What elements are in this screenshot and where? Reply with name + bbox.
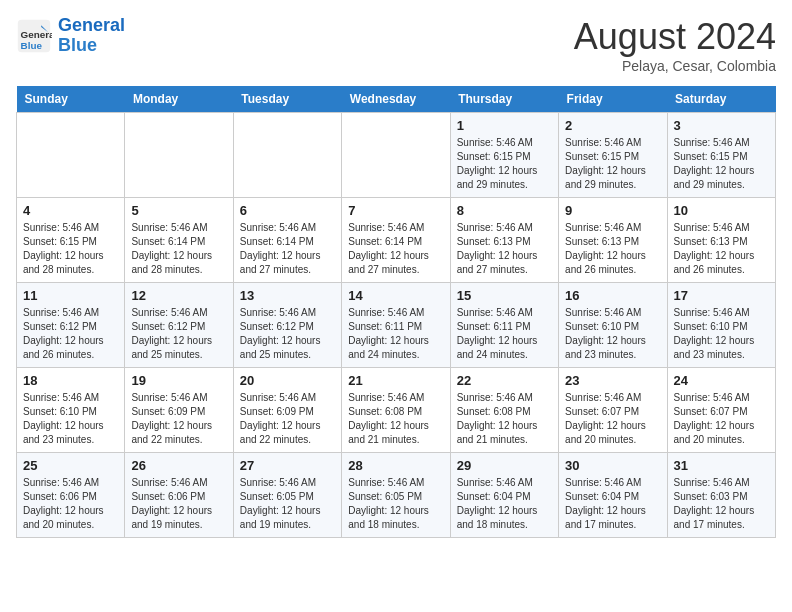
day-info: Sunrise: 5:46 AM Sunset: 6:13 PM Dayligh… (565, 221, 660, 277)
calendar-cell: 30Sunrise: 5:46 AM Sunset: 6:04 PM Dayli… (559, 453, 667, 538)
day-info: Sunrise: 5:46 AM Sunset: 6:11 PM Dayligh… (348, 306, 443, 362)
calendar-cell: 24Sunrise: 5:46 AM Sunset: 6:07 PM Dayli… (667, 368, 775, 453)
calendar-cell: 14Sunrise: 5:46 AM Sunset: 6:11 PM Dayli… (342, 283, 450, 368)
day-number: 18 (23, 373, 118, 388)
day-number: 25 (23, 458, 118, 473)
day-number: 19 (131, 373, 226, 388)
day-number: 24 (674, 373, 769, 388)
calendar-cell: 29Sunrise: 5:46 AM Sunset: 6:04 PM Dayli… (450, 453, 558, 538)
calendar-cell: 6Sunrise: 5:46 AM Sunset: 6:14 PM Daylig… (233, 198, 341, 283)
day-number: 15 (457, 288, 552, 303)
logo-icon: General Blue (16, 18, 52, 54)
calendar-cell: 12Sunrise: 5:46 AM Sunset: 6:12 PM Dayli… (125, 283, 233, 368)
day-info: Sunrise: 5:46 AM Sunset: 6:15 PM Dayligh… (457, 136, 552, 192)
day-number: 28 (348, 458, 443, 473)
day-number: 2 (565, 118, 660, 133)
calendar-cell: 17Sunrise: 5:46 AM Sunset: 6:10 PM Dayli… (667, 283, 775, 368)
logo: General Blue GeneralBlue (16, 16, 125, 56)
header-day: Thursday (450, 86, 558, 113)
day-number: 3 (674, 118, 769, 133)
day-number: 12 (131, 288, 226, 303)
calendar-cell: 13Sunrise: 5:46 AM Sunset: 6:12 PM Dayli… (233, 283, 341, 368)
day-info: Sunrise: 5:46 AM Sunset: 6:14 PM Dayligh… (348, 221, 443, 277)
day-number: 27 (240, 458, 335, 473)
day-number: 7 (348, 203, 443, 218)
calendar-cell: 25Sunrise: 5:46 AM Sunset: 6:06 PM Dayli… (17, 453, 125, 538)
calendar-cell: 27Sunrise: 5:46 AM Sunset: 6:05 PM Dayli… (233, 453, 341, 538)
day-info: Sunrise: 5:46 AM Sunset: 6:08 PM Dayligh… (348, 391, 443, 447)
day-info: Sunrise: 5:46 AM Sunset: 6:05 PM Dayligh… (240, 476, 335, 532)
calendar-table: SundayMondayTuesdayWednesdayThursdayFrid… (16, 86, 776, 538)
calendar-week: 18Sunrise: 5:46 AM Sunset: 6:10 PM Dayli… (17, 368, 776, 453)
day-info: Sunrise: 5:46 AM Sunset: 6:06 PM Dayligh… (23, 476, 118, 532)
calendar-cell: 11Sunrise: 5:46 AM Sunset: 6:12 PM Dayli… (17, 283, 125, 368)
day-info: Sunrise: 5:46 AM Sunset: 6:15 PM Dayligh… (23, 221, 118, 277)
calendar-cell: 18Sunrise: 5:46 AM Sunset: 6:10 PM Dayli… (17, 368, 125, 453)
page-header: General Blue GeneralBlue August 2024 Pel… (16, 16, 776, 74)
calendar-cell: 22Sunrise: 5:46 AM Sunset: 6:08 PM Dayli… (450, 368, 558, 453)
day-number: 9 (565, 203, 660, 218)
day-number: 11 (23, 288, 118, 303)
day-info: Sunrise: 5:46 AM Sunset: 6:14 PM Dayligh… (131, 221, 226, 277)
day-info: Sunrise: 5:46 AM Sunset: 6:13 PM Dayligh… (457, 221, 552, 277)
header-day: Sunday (17, 86, 125, 113)
day-number: 6 (240, 203, 335, 218)
header-day: Monday (125, 86, 233, 113)
calendar-cell (233, 113, 341, 198)
calendar-cell (342, 113, 450, 198)
day-number: 21 (348, 373, 443, 388)
calendar-cell: 28Sunrise: 5:46 AM Sunset: 6:05 PM Dayli… (342, 453, 450, 538)
calendar-cell: 21Sunrise: 5:46 AM Sunset: 6:08 PM Dayli… (342, 368, 450, 453)
day-number: 29 (457, 458, 552, 473)
day-info: Sunrise: 5:46 AM Sunset: 6:04 PM Dayligh… (457, 476, 552, 532)
calendar-cell: 31Sunrise: 5:46 AM Sunset: 6:03 PM Dayli… (667, 453, 775, 538)
calendar-cell: 1Sunrise: 5:46 AM Sunset: 6:15 PM Daylig… (450, 113, 558, 198)
day-info: Sunrise: 5:46 AM Sunset: 6:12 PM Dayligh… (131, 306, 226, 362)
calendar-cell: 3Sunrise: 5:46 AM Sunset: 6:15 PM Daylig… (667, 113, 775, 198)
day-info: Sunrise: 5:46 AM Sunset: 6:09 PM Dayligh… (131, 391, 226, 447)
day-number: 16 (565, 288, 660, 303)
month-year: August 2024 (574, 16, 776, 58)
day-info: Sunrise: 5:46 AM Sunset: 6:07 PM Dayligh… (565, 391, 660, 447)
header-row: SundayMondayTuesdayWednesdayThursdayFrid… (17, 86, 776, 113)
calendar-cell (125, 113, 233, 198)
day-number: 1 (457, 118, 552, 133)
calendar-cell: 5Sunrise: 5:46 AM Sunset: 6:14 PM Daylig… (125, 198, 233, 283)
day-number: 17 (674, 288, 769, 303)
day-number: 10 (674, 203, 769, 218)
calendar-header: SundayMondayTuesdayWednesdayThursdayFrid… (17, 86, 776, 113)
calendar-cell: 7Sunrise: 5:46 AM Sunset: 6:14 PM Daylig… (342, 198, 450, 283)
day-info: Sunrise: 5:46 AM Sunset: 6:05 PM Dayligh… (348, 476, 443, 532)
day-info: Sunrise: 5:46 AM Sunset: 6:12 PM Dayligh… (23, 306, 118, 362)
day-number: 5 (131, 203, 226, 218)
day-number: 8 (457, 203, 552, 218)
calendar-week: 11Sunrise: 5:46 AM Sunset: 6:12 PM Dayli… (17, 283, 776, 368)
day-info: Sunrise: 5:46 AM Sunset: 6:10 PM Dayligh… (23, 391, 118, 447)
day-info: Sunrise: 5:46 AM Sunset: 6:08 PM Dayligh… (457, 391, 552, 447)
calendar-cell: 9Sunrise: 5:46 AM Sunset: 6:13 PM Daylig… (559, 198, 667, 283)
day-info: Sunrise: 5:46 AM Sunset: 6:09 PM Dayligh… (240, 391, 335, 447)
title-area: August 2024 Pelaya, Cesar, Colombia (574, 16, 776, 74)
day-info: Sunrise: 5:46 AM Sunset: 6:11 PM Dayligh… (457, 306, 552, 362)
day-info: Sunrise: 5:46 AM Sunset: 6:07 PM Dayligh… (674, 391, 769, 447)
day-number: 13 (240, 288, 335, 303)
header-day: Wednesday (342, 86, 450, 113)
day-number: 20 (240, 373, 335, 388)
calendar-cell: 15Sunrise: 5:46 AM Sunset: 6:11 PM Dayli… (450, 283, 558, 368)
calendar-cell: 19Sunrise: 5:46 AM Sunset: 6:09 PM Dayli… (125, 368, 233, 453)
calendar-cell: 2Sunrise: 5:46 AM Sunset: 6:15 PM Daylig… (559, 113, 667, 198)
day-info: Sunrise: 5:46 AM Sunset: 6:10 PM Dayligh… (565, 306, 660, 362)
location: Pelaya, Cesar, Colombia (574, 58, 776, 74)
calendar-cell: 8Sunrise: 5:46 AM Sunset: 6:13 PM Daylig… (450, 198, 558, 283)
day-info: Sunrise: 5:46 AM Sunset: 6:04 PM Dayligh… (565, 476, 660, 532)
calendar-cell: 26Sunrise: 5:46 AM Sunset: 6:06 PM Dayli… (125, 453, 233, 538)
calendar-week: 4Sunrise: 5:46 AM Sunset: 6:15 PM Daylig… (17, 198, 776, 283)
calendar-cell: 16Sunrise: 5:46 AM Sunset: 6:10 PM Dayli… (559, 283, 667, 368)
day-number: 4 (23, 203, 118, 218)
day-info: Sunrise: 5:46 AM Sunset: 6:13 PM Dayligh… (674, 221, 769, 277)
day-info: Sunrise: 5:46 AM Sunset: 6:10 PM Dayligh… (674, 306, 769, 362)
day-number: 14 (348, 288, 443, 303)
day-number: 23 (565, 373, 660, 388)
calendar-cell: 4Sunrise: 5:46 AM Sunset: 6:15 PM Daylig… (17, 198, 125, 283)
header-day: Saturday (667, 86, 775, 113)
